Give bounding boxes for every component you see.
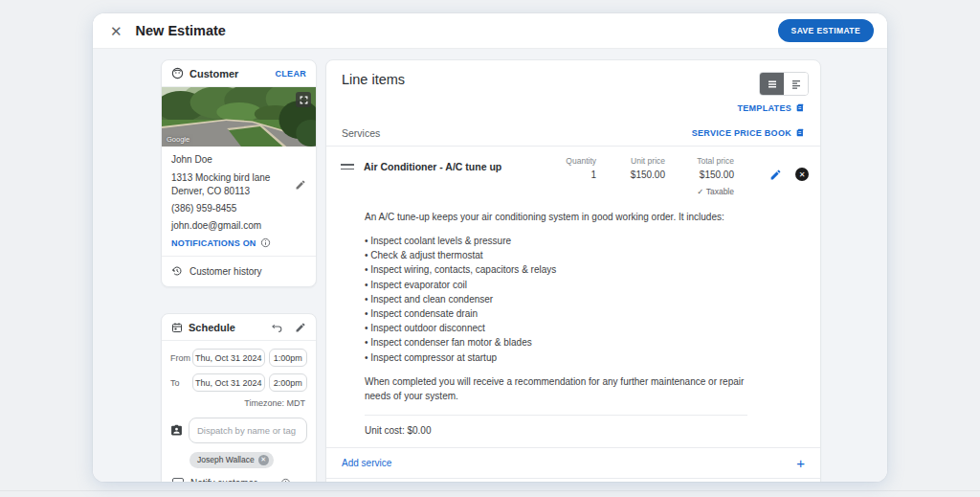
edit-item-icon[interactable]	[769, 169, 782, 181]
add-service-link[interactable]: Add service	[342, 458, 391, 468]
modal-header: ✕ New Estimate SAVE ESTIMATE	[93, 13, 887, 49]
schedule-card-header: Schedule	[162, 314, 316, 341]
item-description: An A/C tune-up keeps your air conditioni…	[365, 210, 752, 403]
service-price-book-label: SERVICE PRICE BOOK	[692, 128, 791, 138]
schedule-card: Schedule From Thu, Oct 31 2024	[161, 313, 317, 482]
close-icon[interactable]: ✕	[110, 24, 122, 38]
edit-schedule-icon[interactable]	[295, 322, 306, 333]
list-view-button[interactable]	[760, 73, 784, 95]
book-icon	[795, 103, 805, 113]
description-intro: An A/C tune-up keeps your air conditioni…	[365, 210, 752, 224]
edit-customer-icon[interactable]	[295, 171, 306, 197]
description-bullet: Check & adjust thermostat	[365, 248, 752, 262]
line-items-title: Line items	[342, 72, 759, 87]
fullscreen-icon[interactable]	[296, 92, 311, 107]
materials-section-header: Materials MATERIAL PRICE BOOK	[326, 478, 820, 482]
timezone-label: Timezone: MDT	[170, 398, 305, 408]
to-label: To	[170, 378, 192, 388]
history-icon	[171, 265, 183, 277]
schedule-body: From Thu, Oct 31 2024 1:00pm To Thu, Oct…	[162, 341, 316, 482]
quantity-column-label: Quantity	[543, 156, 596, 166]
add-service-plus-icon[interactable]: +	[796, 456, 805, 470]
description-bullet: Inspect and clean condenser	[365, 292, 752, 306]
to-date-field[interactable]: Thu, Oct 31 2024	[192, 373, 265, 392]
item-unit-price[interactable]: $150.00	[596, 169, 665, 180]
notify-customer-checkbox[interactable]	[172, 478, 184, 483]
view-toggle	[759, 72, 809, 96]
customer-details: John Doe 1313 Mocking bird lane Denver, …	[162, 147, 316, 286]
divider	[365, 415, 747, 416]
notify-info-icon[interactable]	[280, 478, 291, 482]
notifications-toggle-link[interactable]: NOTIFICATIONS ON	[171, 238, 256, 248]
item-name: Air Conditioner - A/C tune up	[364, 156, 543, 172]
description-bullet: Inspect condensate drain	[365, 306, 752, 321]
address-line-1: 1313 Mocking bird lane	[171, 171, 295, 185]
from-time-field[interactable]: 1:00pm	[269, 349, 307, 367]
description-bullet: Inspect coolant levels & pressure	[365, 234, 752, 248]
modal-body: Customer CLEAR	[93, 49, 887, 482]
add-service-row: Add service +	[326, 447, 820, 478]
info-icon[interactable]	[260, 237, 271, 248]
page-background: ✕ New Estimate SAVE ESTIMATE Customer CL…	[0, 0, 980, 497]
description-bullet: Inspect outdoor disconnect	[365, 321, 752, 335]
customer-history-label: Customer history	[189, 266, 262, 277]
customer-phone: (386) 959-8455	[171, 203, 306, 214]
line-items-panel: Line items TEMPLATES	[325, 59, 821, 482]
description-bullet: Inspect wiring, contacts, capacitors & r…	[365, 262, 752, 277]
street-view-image[interactable]: Google	[162, 87, 316, 147]
description-bullet: Inspect condenser fan motor & blades	[365, 335, 752, 350]
clear-customer-link[interactable]: CLEAR	[276, 69, 307, 79]
unit-price-column-label: Unit price	[596, 156, 665, 166]
item-quantity[interactable]: 1	[543, 169, 596, 180]
dispatch-badge-icon	[170, 418, 183, 437]
services-section-header: Services SERVICE PRICE BOOK	[326, 121, 820, 147]
description-outro: When completed you will receive a recomm…	[365, 374, 752, 403]
to-time-field[interactable]: 2:00pm	[269, 373, 307, 392]
google-watermark: Google	[167, 135, 189, 144]
customer-address: 1313 Mocking bird lane Denver, CO 80113	[171, 171, 295, 197]
dispatch-input[interactable]	[189, 418, 307, 443]
customer-card-title: Customer	[189, 68, 238, 79]
item-unit-cost: Unit cost: $0.00	[365, 425, 809, 438]
notify-customer-label: Notify customer	[190, 478, 256, 482]
customer-card-header: Customer CLEAR	[162, 60, 316, 87]
book-icon	[795, 128, 805, 138]
new-estimate-modal: ✕ New Estimate SAVE ESTIMATE Customer CL…	[93, 13, 887, 482]
customer-email: john.doe@gmail.com	[171, 220, 306, 231]
undo-schedule-icon[interactable]	[271, 321, 283, 333]
service-line-item: Air Conditioner - A/C tune up Quantity 1…	[326, 147, 820, 447]
save-estimate-button[interactable]: SAVE ESTIMATE	[778, 19, 874, 42]
services-label: Services	[342, 127, 380, 139]
customer-history-button[interactable]: Customer history	[171, 257, 306, 281]
customer-face-icon	[171, 67, 184, 79]
description-bullet: Inspect evaporator coil	[365, 278, 752, 292]
taxable-indicator: ✓ Taxable	[665, 187, 734, 196]
total-price-column-label: Total price	[665, 156, 734, 166]
templates-link-label: TEMPLATES	[737, 103, 791, 113]
drag-handle-icon[interactable]	[341, 164, 354, 172]
customer-name: John Doe	[171, 154, 306, 165]
from-label: From	[170, 353, 192, 363]
item-total-price: $150.00	[665, 169, 734, 180]
templates-link[interactable]: TEMPLATES	[737, 103, 805, 113]
detail-view-button[interactable]	[784, 73, 808, 95]
service-price-book-link[interactable]: SERVICE PRICE BOOK	[692, 128, 805, 138]
assignee-chip[interactable]: Joseph Wallace ✕	[189, 452, 274, 468]
from-date-field[interactable]: Thu, Oct 31 2024	[192, 349, 265, 367]
remove-assignee-icon[interactable]: ✕	[258, 455, 269, 465]
address-line-2: Denver, CO 80113	[171, 185, 295, 198]
modal-title: New Estimate	[136, 23, 778, 38]
description-bullet: Inspect compressor at startup	[365, 350, 752, 365]
calendar-icon	[171, 322, 183, 333]
customer-card: Customer CLEAR	[161, 59, 317, 287]
schedule-card-title: Schedule	[189, 322, 235, 333]
page-divider	[0, 490, 980, 491]
assignee-chip-label: Joseph Wallace	[197, 455, 255, 464]
delete-item-icon[interactable]: ✕	[795, 168, 809, 181]
